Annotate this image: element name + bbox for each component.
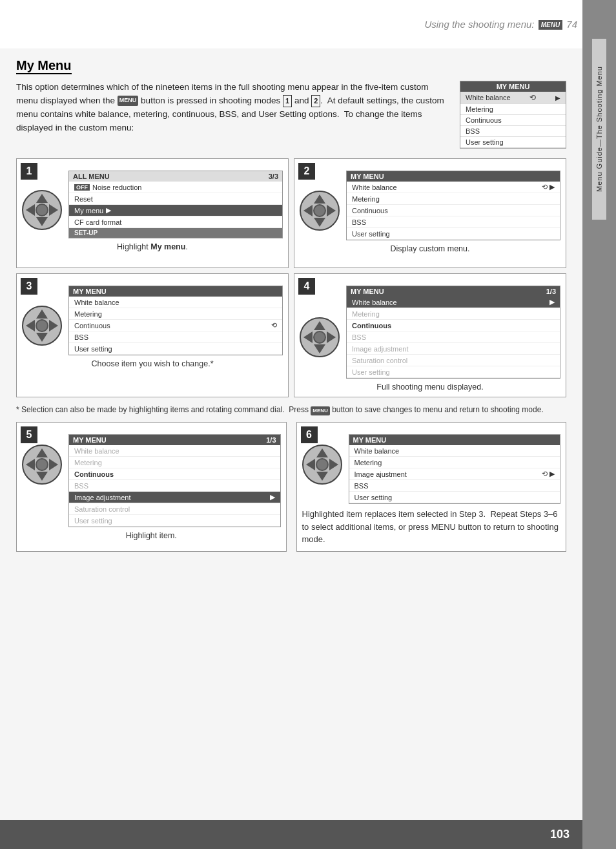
step-2-box: 2 MY MENU White balanc: [294, 158, 566, 268]
mp3-bss: BSS: [69, 331, 282, 343]
mp2-wb: White balance ⟲ ▶: [347, 182, 560, 193]
mp3-wb: White balance: [69, 297, 282, 308]
step-4-content: MY MENU 1/3 White balance ▶ Metering Con…: [300, 286, 560, 379]
section-title: My Menu: [16, 58, 72, 74]
header-text: Using the shooting menu: MENU 74: [424, 19, 577, 30]
intro-text: This option determines which of the nine…: [16, 81, 447, 149]
mp4-bss: BSS: [347, 331, 560, 343]
my-menu-header-5: MY MENU 1/3: [69, 435, 280, 445]
mp5-metering: Metering: [69, 457, 280, 468]
my-menu-panel-2: MY MENU White balance ⟲ ▶ Metering Conti…: [346, 171, 560, 240]
steps-grid: 1 ALL MENU 3/3: [16, 158, 566, 397]
mp5-imgadj: Image adjustment ▶: [69, 492, 280, 503]
mp5-bss: BSS: [69, 480, 280, 492]
my-menu-item-metering: Metering: [460, 104, 566, 115]
page-number: 103: [550, 828, 570, 841]
my-menu-item-bss: BSS: [460, 126, 566, 137]
mp2-user: User setting: [347, 228, 560, 240]
main-content: My Menu This option determines which of …: [0, 48, 582, 820]
step-6-number: 6: [301, 426, 318, 443]
dpad-1: [22, 190, 62, 230]
bottom-section: 5 MY MENU 1/3 White bal: [16, 422, 566, 552]
step-1-label: Highlight My menu.: [117, 242, 188, 251]
step-6-content: MY MENU White balance Metering Image aju…: [302, 434, 561, 504]
mp4-metering: Metering: [347, 308, 560, 320]
mp4-satctrl: Saturation control: [347, 355, 560, 366]
all-menu-panel-1: ALL MENU 3/3 OFF Noise reduction Reset M…: [68, 171, 283, 238]
mp6-bss: BSS: [349, 480, 560, 492]
step-6-label: Highlighted item replaces item selected …: [302, 508, 561, 546]
step-2-number: 2: [298, 163, 315, 180]
mp5-user: User setting: [69, 515, 280, 527]
my-menu-panel-4: MY MENU 1/3 White balance ▶ Metering Con…: [346, 286, 560, 379]
step-2-label: Display custom menu.: [391, 244, 470, 253]
mp5-satctrl: Saturation control: [69, 503, 280, 515]
mp3-continuous: Continuous ⟲: [69, 320, 282, 331]
mp4-user: User setting: [347, 366, 560, 378]
intro-section: This option determines which of the nine…: [16, 81, 566, 149]
dpad-2: [300, 191, 340, 231]
step-3-label: Choose item you wish to change.*: [92, 359, 214, 368]
step-1-number: 1: [21, 163, 37, 180]
step-3-box: 3 MY MENU White balance M: [16, 273, 289, 397]
mp6-user: User setting: [349, 492, 560, 503]
my-menu-small: MY MENU White balance ⟲ ▶ Metering Conti…: [460, 81, 566, 149]
step-5-label: Highlight item.: [22, 531, 281, 540]
menu-icon: MENU: [539, 20, 562, 30]
mp4-imgadj: Image adjustment: [347, 343, 560, 355]
mp5-continuous: Continuous: [69, 468, 280, 480]
right-sidebar: Menu Guide—The Shooting Menu: [582, 0, 616, 849]
step-4-label: Full shooting menu displayed.: [376, 383, 483, 392]
step-5-number: 5: [21, 426, 37, 443]
step-3-content: MY MENU White balance Metering Continuou…: [22, 286, 283, 355]
sidebar-label: Menu Guide—The Shooting Menu: [592, 39, 606, 220]
bottom-bar: 103: [0, 820, 582, 849]
loop-icon: ⟲: [529, 93, 536, 102]
menu-btn-icon-step6: MENU: [431, 522, 456, 532]
page-header: Using the shooting menu: MENU 74: [0, 0, 616, 48]
mp2-continuous: Continuous: [347, 205, 560, 216]
my-menu-panel-6: MY MENU White balance Metering Image aju…: [349, 434, 561, 504]
menu-btn-icon-footnote: MENU: [311, 406, 330, 415]
amp-cf: CF card format: [69, 216, 282, 228]
amp-setup: SET-UP: [69, 228, 282, 238]
mp4-continuous: Continuous: [347, 320, 560, 331]
mp5-wb: White balance: [69, 445, 280, 457]
dpad-4: [300, 317, 340, 357]
my-menu-item-user: User setting: [460, 137, 566, 148]
all-menu-header-1: ALL MENU 3/3: [69, 171, 282, 182]
dpad-5: [22, 445, 62, 485]
step-6-box: 6 MY MENU White balance M: [296, 422, 567, 552]
dpad-6: [302, 445, 342, 485]
mp3-user: User setting: [69, 343, 282, 355]
mp2-bss: BSS: [347, 216, 560, 228]
mp4-wb: White balance ▶: [347, 297, 560, 308]
footnote: * Selection can also be made by highligh…: [16, 404, 566, 415]
amp-reset: Reset: [69, 193, 282, 205]
step-2-content: MY MENU White balance ⟲ ▶ Metering Conti…: [300, 171, 560, 240]
step-3-number: 3: [21, 278, 37, 295]
mp3-metering: Metering: [69, 308, 282, 320]
my-menu-header-4: MY MENU 1/3: [347, 286, 560, 297]
step-5-box: 5 MY MENU 1/3 White bal: [16, 422, 287, 552]
step-4-box: 4 MY MENU 1/3: [294, 273, 566, 397]
mp6-metering: Metering: [349, 457, 560, 468]
mp6-wb: White balance: [349, 445, 560, 457]
my-menu-header-3: MY MENU: [69, 286, 282, 297]
my-menu-panel-5: MY MENU 1/3 White balance Metering Conti…: [68, 434, 281, 527]
menu-icon-inline: MENU: [118, 96, 139, 106]
my-menu-header-6: MY MENU: [349, 435, 560, 445]
mp2-metering: Metering: [347, 193, 560, 205]
my-menu-header-2: MY MENU: [347, 171, 560, 182]
step-5-content: MY MENU 1/3 White balance Metering Conti…: [22, 434, 281, 527]
amp-noise: OFF Noise reduction: [69, 182, 282, 193]
step-4-number: 4: [298, 278, 315, 295]
my-menu-panel-3: MY MENU White balance Metering Continuou…: [68, 286, 283, 355]
my-menu-item-wb: White balance ⟲ ▶: [460, 92, 566, 104]
step-1-box: 1 ALL MENU 3/3: [16, 158, 289, 268]
step-1-content: ALL MENU 3/3 OFF Noise reduction Reset M…: [22, 171, 283, 238]
dpad-3: [22, 306, 62, 346]
my-menu-item-continuous: Continuous: [460, 115, 566, 126]
my-menu-small-header: MY MENU: [460, 81, 566, 92]
amp-mymenu: My menu ▶: [69, 205, 282, 216]
